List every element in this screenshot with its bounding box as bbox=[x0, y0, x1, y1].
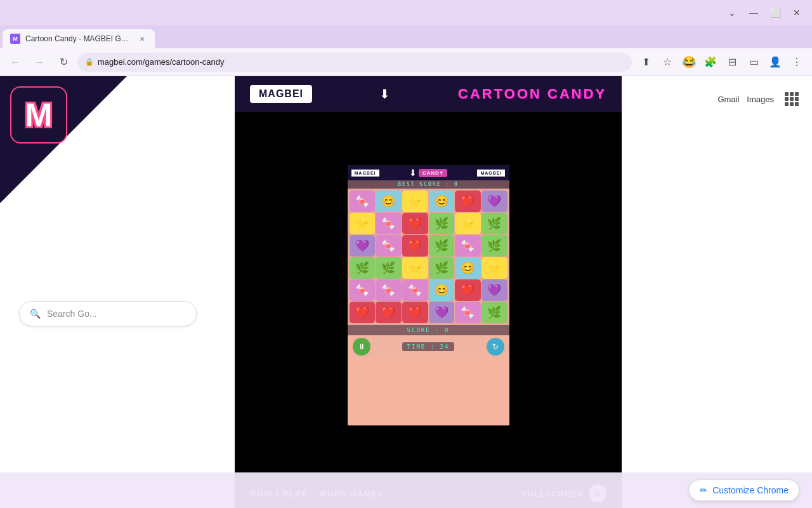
time-display: TIME : 24 bbox=[402, 342, 455, 351]
google-top-bar: Gmail Images bbox=[622, 89, 812, 114]
tab-title: Cartoon Candy - MAGBEI Games bbox=[25, 34, 132, 43]
dot bbox=[785, 92, 789, 96]
profile-button[interactable]: 👤 bbox=[765, 52, 785, 72]
images-link[interactable]: Images bbox=[747, 95, 774, 104]
dot bbox=[795, 92, 799, 96]
share-button[interactable]: ⬆ bbox=[636, 52, 656, 72]
content-area: M 🔍 Search Go... MAGBEI ⬇ CARTOON CANDY bbox=[0, 76, 812, 508]
tab-favicon: M bbox=[10, 34, 20, 44]
window-controls: ⌄ — ⬜ ✕ bbox=[722, 4, 807, 22]
bookmark-icon: ☆ bbox=[663, 56, 672, 68]
left-sidebar: M 🔍 Search Go... bbox=[0, 76, 235, 508]
omnibox[interactable]: 🔒 magbei.com/games/cartoon-candy bbox=[77, 53, 632, 72]
bookmark-button[interactable]: ☆ bbox=[657, 52, 678, 72]
candy-cell: 🌿 bbox=[481, 213, 508, 234]
share-icon: ⬆ bbox=[642, 56, 650, 68]
candy-cell: 🍬 bbox=[402, 279, 428, 301]
candy-cell: 🍬 bbox=[350, 190, 376, 212]
score-display: SCORE : 0 bbox=[348, 325, 509, 335]
candy-cell: 🍬 bbox=[350, 279, 376, 301]
candy-cell: 😊 bbox=[429, 190, 455, 212]
best-score-bar: BEST SCORE : 0 bbox=[348, 180, 509, 189]
game-area: MAGBEI ⬇ CARTOON CANDY MAGBEI ⬇ CANDY bbox=[235, 76, 622, 508]
emoji-icon: 😂 bbox=[682, 55, 696, 69]
dot bbox=[785, 97, 789, 101]
candy-cell: 🌿 bbox=[350, 257, 376, 279]
tab-bar: M Cartoon Candy - MAGBEI Games ✕ bbox=[0, 25, 812, 48]
candy-cell: 💜 bbox=[481, 190, 508, 212]
minimize-button[interactable]: — bbox=[743, 4, 764, 22]
profile-icon: 👤 bbox=[769, 56, 782, 68]
maximize-button[interactable]: ⬜ bbox=[765, 4, 785, 22]
lock-icon: 🔒 bbox=[85, 58, 94, 66]
candy-cell: ❤️ bbox=[455, 190, 481, 212]
candy-cell: ❤️ bbox=[376, 302, 402, 323]
dot bbox=[785, 102, 789, 106]
dot bbox=[790, 97, 794, 101]
close-button[interactable]: ✕ bbox=[787, 4, 807, 22]
pause-button[interactable]: ⏸ bbox=[353, 338, 370, 356]
candy-cell: ❤️ bbox=[402, 213, 428, 234]
more-icon: ⋮ bbox=[792, 56, 802, 68]
refresh-button[interactable]: ↻ bbox=[487, 338, 504, 356]
candy-cell: 🌿 bbox=[429, 235, 455, 257]
candy-cell: 💜 bbox=[350, 235, 376, 257]
reload-button[interactable]: ↻ bbox=[53, 52, 74, 72]
tab-search-button[interactable]: ⊟ bbox=[722, 52, 742, 72]
gmail-link[interactable]: Gmail bbox=[717, 95, 739, 104]
dot bbox=[795, 102, 799, 106]
back-button[interactable]: ← bbox=[5, 52, 25, 72]
game-inner-title-group: ⬇ CANDY bbox=[409, 168, 447, 178]
emoji-button[interactable]: 😂 bbox=[679, 52, 699, 72]
omnibox-url: magbei.com/games/cartoon-candy bbox=[98, 57, 624, 67]
game-canvas[interactable]: MAGBEI ⬇ CANDY MAGBEI BEST SCORE : 0 🍬 � bbox=[348, 165, 509, 425]
window-frame: ⌄ — ⬜ ✕ M Cartoon Candy - MAGBEI Games ✕… bbox=[0, 0, 812, 508]
candy-cell: 🍬 bbox=[376, 235, 402, 257]
more-button[interactable]: ⋮ bbox=[787, 52, 807, 72]
candy-cell: ⭐ bbox=[402, 257, 428, 279]
tab-search-icon: ⊟ bbox=[728, 56, 737, 68]
game-canvas-wrapper: MAGBEI ⬇ CANDY MAGBEI BEST SCORE : 0 🍬 � bbox=[235, 112, 622, 479]
active-tab[interactable]: M Cartoon Candy - MAGBEI Games ✕ bbox=[3, 29, 155, 48]
candy-cell: 💜 bbox=[481, 279, 508, 301]
candy-cell: ❤️ bbox=[402, 235, 428, 257]
candy-cell: ⭐ bbox=[350, 213, 376, 234]
game-header: MAGBEI ⬇ CARTOON CANDY bbox=[235, 76, 622, 112]
google-apps-button[interactable] bbox=[782, 89, 802, 109]
google-area: Gmail Images bbox=[622, 76, 812, 508]
grid-icon bbox=[785, 92, 799, 106]
title-bar: ⌄ — ⬜ ✕ bbox=[0, 0, 812, 25]
candy-cell: ❤️ bbox=[350, 302, 376, 323]
candy-title-label: CANDY bbox=[419, 169, 447, 177]
expand-button[interactable]: ⌄ bbox=[722, 4, 742, 22]
game-header-center: ⬇ bbox=[379, 86, 390, 102]
extensions-button[interactable]: 🧩 bbox=[700, 52, 721, 72]
magbei-logo-text: MAGBEI bbox=[250, 85, 312, 103]
game-inner-magbei: MAGBEI bbox=[351, 170, 379, 177]
candy-cell: ⭐ bbox=[402, 190, 428, 212]
candy-cell: ⭐ bbox=[455, 213, 481, 234]
logo-container: M bbox=[10, 86, 67, 144]
candy-grid[interactable]: 🍬 😊 ⭐ 😊 ❤️ 💜 ⭐ 🍬 ❤️ 🌿 ⭐ 🌿 bbox=[348, 189, 509, 325]
candy-cell: ❤️ bbox=[455, 279, 481, 301]
candy-cell: 😊 bbox=[376, 190, 402, 212]
candy-cell: 🍬 bbox=[376, 213, 402, 234]
candy-cell: 🌿 bbox=[481, 235, 508, 257]
download-icon[interactable]: ⬇ bbox=[379, 86, 390, 102]
search-box[interactable]: 🔍 Search Go... bbox=[19, 301, 197, 326]
candy-cell: 🌿 bbox=[376, 257, 402, 279]
candy-cell: 🍬 bbox=[455, 235, 481, 257]
tab-close-button[interactable]: ✕ bbox=[137, 34, 147, 44]
search-placeholder: Search Go... bbox=[47, 309, 97, 319]
forward-button[interactable]: → bbox=[29, 52, 49, 72]
toolbar-icons: ⬆ ☆ 😂 🧩 ⊟ ▭ 👤 ⋮ bbox=[636, 52, 807, 72]
candy-cell: 🌿 bbox=[481, 302, 508, 323]
tab-strip-button[interactable]: ▭ bbox=[743, 52, 764, 72]
candy-cell: ⭐ bbox=[481, 257, 508, 279]
candy-cell: 🌿 bbox=[429, 213, 455, 234]
puzzle-icon: 🧩 bbox=[704, 56, 717, 68]
dot bbox=[795, 97, 799, 101]
dot bbox=[790, 92, 794, 96]
search-icon: 🔍 bbox=[30, 309, 41, 319]
customize-chrome-button[interactable]: ✏ Customize Chrome bbox=[689, 479, 799, 501]
